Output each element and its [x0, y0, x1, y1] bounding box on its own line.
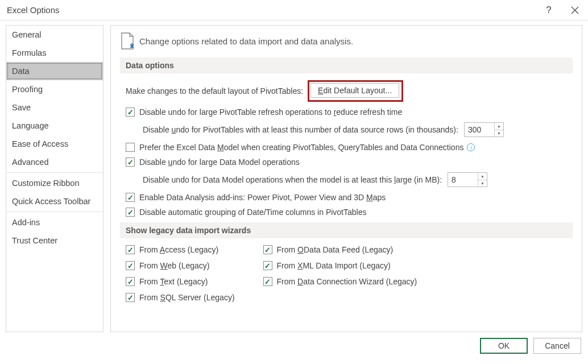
intro-text: Change options related to data import an… [139, 36, 353, 46]
checkbox-from-text[interactable]: From Text (Legacy) [126, 277, 235, 286]
undo-model-threshold-label: Disable undo for Data Model operations w… [143, 175, 442, 184]
undo-pivot-threshold-input[interactable]: 300 ▲▼ [464, 122, 504, 137]
sidebar-item-add-ins[interactable]: Add-ins [6, 213, 103, 231]
svg-point-0 [131, 47, 133, 48]
info-icon[interactable]: i [467, 143, 475, 151]
help-button[interactable]: ? [536, 0, 562, 20]
opt-prefer-data-model: Prefer the Excel Data Model when creatin… [120, 143, 573, 152]
checkbox-from-sql-server[interactable]: From SQL Server (Legacy) [126, 293, 235, 302]
opt-disable-auto-grouping: Disable automatic grouping of Date/Time … [120, 208, 573, 217]
checkbox-label: From OData Data Feed (Legacy) [277, 245, 394, 254]
checkbox-icon [126, 293, 135, 302]
sidebar-item-language[interactable]: Language [6, 117, 103, 135]
checkbox-icon [263, 245, 272, 254]
edit-default-layout-button[interactable]: Edit Default Layout... [310, 83, 399, 98]
checkbox-disable-auto-grouping[interactable]: Disable automatic grouping of Date/Time … [126, 208, 366, 217]
checkbox-disable-undo-pivot[interactable]: Disable undo for large PivotTable refres… [126, 107, 402, 117]
section-data-options: Data options [120, 57, 573, 73]
dialog-footer: OK Cancel [0, 332, 588, 359]
checkbox-icon [126, 158, 135, 167]
titlebar: Excel Options ? [0, 0, 588, 20]
data-page-icon [120, 32, 134, 49]
checkbox-icon [126, 277, 135, 286]
checkbox-label: From Text (Legacy) [139, 277, 208, 286]
sidebar-item-proofing[interactable]: Proofing [6, 80, 103, 98]
sidebar-item-trust-center[interactable]: Trust Center [6, 231, 103, 250]
sidebar-item-save[interactable]: Save [6, 98, 103, 117]
spin-down-icon[interactable]: ▼ [494, 130, 503, 137]
checkbox-icon [126, 245, 135, 254]
checkbox-icon [126, 261, 135, 270]
opt-disable-undo-model: Disable undo for large Data Model operat… [120, 158, 573, 167]
checkbox-label: Disable automatic grouping of Date/Time … [139, 208, 366, 217]
section-legacy-wizards: Show legacy data import wizards [120, 222, 573, 238]
checkbox-label: Disable undo for large PivotTable refres… [139, 107, 402, 117]
checkbox-label: Prefer the Excel Data Model when creatin… [139, 143, 463, 152]
legacy-col-2: From OData Data Feed (Legacy) From XML D… [263, 245, 417, 302]
legacy-col-1: From Access (Legacy) From Web (Legacy) F… [126, 245, 235, 302]
content-scroll: Change options related to data import an… [111, 26, 582, 332]
checkbox-label: From Access (Legacy) [139, 245, 218, 254]
checkbox-from-data-connection-wizard[interactable]: From Data Connection Wizard (Legacy) [263, 277, 417, 286]
spin-up-icon[interactable]: ▲ [494, 123, 503, 130]
checkbox-icon [126, 107, 135, 117]
window-title: Excel Options [7, 5, 536, 15]
checkbox-from-web[interactable]: From Web (Legacy) [126, 261, 235, 270]
checkbox-icon [126, 208, 135, 217]
legacy-wizard-columns: From Access (Legacy) From Web (Legacy) F… [120, 245, 573, 302]
checkbox-disable-undo-model[interactable]: Disable undo for large Data Model operat… [126, 158, 300, 167]
edit-default-highlight: Edit Default Layout... [308, 80, 403, 102]
spin-arrows[interactable]: ▲▼ [478, 173, 487, 187]
sidebar-item-advanced[interactable]: Advanced [6, 153, 103, 171]
opt-disable-undo-pivot: Disable undo for large PivotTable refres… [120, 107, 573, 117]
checkbox-from-odata[interactable]: From OData Data Feed (Legacy) [263, 245, 417, 254]
checkbox-label: From Data Connection Wizard (Legacy) [277, 277, 417, 286]
pivot-default-row: Make changes to the default layout of Pi… [120, 80, 573, 102]
content-panel: Change options related to data import an… [110, 25, 582, 332]
checkbox-label: Enable Data Analysis add-ins: Power Pivo… [139, 193, 386, 202]
sidebar-item-formulas[interactable]: Formulas [6, 44, 103, 62]
checkbox-from-xml[interactable]: From XML Data Import (Legacy) [263, 261, 417, 270]
opt-undo-model-threshold: Disable undo for Data Model operations w… [120, 172, 573, 187]
checkbox-prefer-data-model[interactable]: Prefer the Excel Data Model when creatin… [126, 143, 463, 152]
checkbox-label: From XML Data Import (Legacy) [277, 261, 391, 270]
sidebar-item-data[interactable]: Data [6, 62, 103, 80]
cancel-button[interactable]: Cancel [533, 338, 581, 354]
sidebar-separator [6, 172, 103, 173]
intro-row: Change options related to data import an… [120, 32, 573, 49]
sidebar-item-quick-access-toolbar[interactable]: Quick Access Toolbar [6, 192, 103, 210]
opt-undo-pivot-threshold: Disable undo for PivotTables with at lea… [120, 122, 573, 137]
checkbox-icon [126, 143, 135, 152]
pivot-default-label: Make changes to the default layout of Pi… [126, 86, 303, 96]
sidebar-item-ease-of-access[interactable]: Ease of Access [6, 135, 103, 153]
checkbox-label: From SQL Server (Legacy) [139, 293, 235, 302]
checkbox-icon [126, 193, 135, 202]
checkbox-label: From Web (Legacy) [139, 261, 209, 270]
sidebar-separator [6, 212, 103, 212]
close-button[interactable] [562, 0, 588, 20]
checkbox-label: Disable undo for large Data Model operat… [139, 158, 300, 167]
undo-model-threshold-input[interactable]: 8 ▲▼ [448, 172, 487, 187]
checkbox-from-access[interactable]: From Access (Legacy) [126, 245, 235, 254]
sidebar-item-general[interactable]: General [6, 26, 103, 44]
category-sidebar: General Formulas Data Proofing Save Lang… [6, 25, 103, 332]
opt-enable-analysis-addins: Enable Data Analysis add-ins: Power Pivo… [120, 193, 573, 202]
checkbox-icon [263, 277, 272, 286]
spin-value: 8 [452, 175, 456, 184]
sidebar-item-customize-ribbon[interactable]: Customize Ribbon [6, 174, 103, 192]
spin-arrows[interactable]: ▲▼ [494, 123, 503, 136]
checkbox-icon [263, 261, 272, 270]
spin-up-icon[interactable]: ▲ [478, 173, 487, 180]
undo-pivot-threshold-label: Disable undo for PivotTables with at lea… [143, 125, 458, 134]
checkbox-enable-analysis-addins[interactable]: Enable Data Analysis add-ins: Power Pivo… [126, 193, 386, 202]
spin-down-icon[interactable]: ▼ [478, 180, 487, 187]
ok-button[interactable]: OK [480, 338, 528, 354]
close-icon [571, 6, 579, 14]
dialog-body: General Formulas Data Proofing Save Lang… [0, 20, 588, 332]
spin-value: 300 [468, 125, 481, 134]
